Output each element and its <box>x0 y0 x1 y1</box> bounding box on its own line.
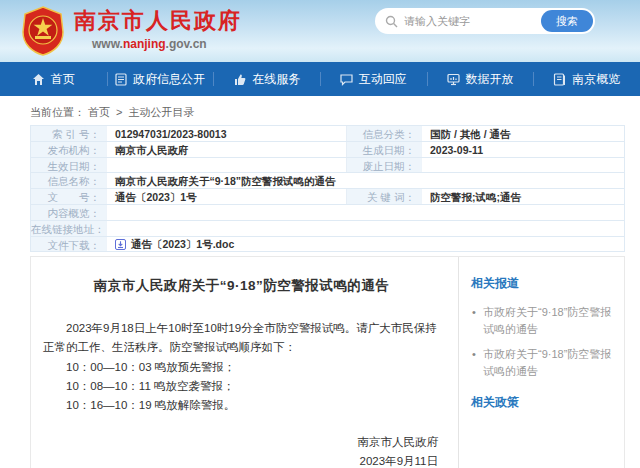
nav-item-overview[interactable]: 南京概览 <box>533 62 640 96</box>
schedule-line: 10：16—10：19 鸣放解除警报。 <box>66 396 440 415</box>
date-created-value: 2023-09-11 <box>421 142 624 157</box>
doc-number-label: 文 号： <box>31 189 106 204</box>
related-sidebar: 相关报道 市政府关于“9·18”防空警报试鸣的通告 市政府关于“9·18”防空警… <box>459 257 624 468</box>
breadcrumb-separator: > <box>116 106 122 118</box>
download-file-name: 通告〔2023〕1号.doc <box>131 238 234 251</box>
nav-item-gov-info[interactable]: 政府信息公开 <box>107 62 214 96</box>
file-download-link[interactable]: 通告〔2023〕1号.doc <box>106 237 624 252</box>
schedule-line: 10：00—10：03 鸣放预先警报； <box>66 358 440 377</box>
table-row: 生效日期： 废止日期： <box>31 158 624 174</box>
breadcrumb-current[interactable]: 主动公开目录 <box>129 106 195 118</box>
index-number-label: 索 引 号： <box>31 126 106 141</box>
search-icon <box>385 15 398 28</box>
category-label: 信息分类： <box>346 126 421 141</box>
signature-date: 2023年9月11日 <box>358 452 439 468</box>
date-created-label: 生成日期： <box>346 142 421 157</box>
table-row: 文 号： 通告〔2023〕1号 关 键 词： 防空警报;试鸣;通告 <box>31 189 624 205</box>
related-report-link[interactable]: 市政府关于“9·18”防空警报试鸣的通告 <box>471 346 612 380</box>
table-row: 内容概览： <box>31 205 624 221</box>
table-row: 发布机构： 南京市人民政府 生成日期： 2023-09-11 <box>31 142 624 158</box>
date-effective-value <box>106 158 346 173</box>
file-download-label: 文件下载： <box>31 237 106 252</box>
breadcrumb: 当前位置：首页 > 主动公开目录 <box>0 96 640 128</box>
issuer-value: 南京市人民政府 <box>106 142 346 157</box>
keywords-value: 防空警报;试鸣;通告 <box>421 189 624 204</box>
document-icon <box>115 73 127 86</box>
site-url: www.nanjing.gov.cn <box>92 37 242 51</box>
article-paragraph: 2023年9月18日上午10时至10时19分全市防空警报试鸣。请广大市民保持正常… <box>43 319 440 357</box>
article-title: 南京市人民政府关于“9·18”防空警报试鸣的通告 <box>43 277 440 295</box>
search-button[interactable]: 搜索 <box>541 10 593 32</box>
summary-value <box>106 205 624 220</box>
date-abolished-label: 废止日期： <box>346 158 421 173</box>
category-value: 国防 / 其他 / 通告 <box>421 126 624 141</box>
related-reports-list: 市政府关于“9·18”防空警报试鸣的通告 市政府关于“9·18”防空警报试鸣的通… <box>471 304 612 380</box>
summary-label: 内容概览： <box>31 205 106 220</box>
date-effective-label: 生效日期： <box>31 158 106 173</box>
siren-schedule: 10：00—10：03 鸣放预先警报； 10：08—10：11 鸣放空袭警报； … <box>66 358 440 415</box>
table-row: 信息名称： 南京市人民政府关于“9·18”防空警报试鸣的通告 <box>31 173 624 189</box>
date-abolished-value <box>421 158 624 173</box>
nav-item-online-services[interactable]: 在线服务 <box>213 62 320 96</box>
search-bar: 搜索 <box>375 8 595 34</box>
online-link-label: 在线链接地址： <box>31 221 106 236</box>
book-icon <box>553 73 566 86</box>
related-policies-heading: 相关政策 <box>471 394 612 411</box>
site-logo[interactable]: 南京市人民政府 www.nanjing.gov.cn <box>20 6 242 56</box>
nav-item-interaction[interactable]: 互动回应 <box>320 62 427 96</box>
table-row: 在线链接地址： <box>31 221 624 237</box>
site-title: 南京市人民政府 <box>74 8 242 34</box>
article-container: 南京市人民政府关于“9·18”防空警报试鸣的通告 2023年9月18日上午10时… <box>30 256 625 468</box>
document-meta-table: 索 引 号： 012947031/2023-80013 信息分类： 国防 / 其… <box>30 125 625 252</box>
article-main: 南京市人民政府关于“9·18”防空警报试鸣的通告 2023年9月18日上午10时… <box>31 257 459 468</box>
breadcrumb-home-link[interactable]: 首页 <box>88 106 110 118</box>
related-reports-heading: 相关报道 <box>471 275 612 292</box>
nav-item-open-data[interactable]: 数据开放 <box>427 62 534 96</box>
related-report-link[interactable]: 市政府关于“9·18”防空警报试鸣的通告 <box>471 304 612 338</box>
signature-block: 南京市人民政府 2023年9月11日 <box>358 433 439 468</box>
thumb-up-icon <box>233 73 246 86</box>
keywords-label: 关 键 词： <box>346 189 421 204</box>
index-number-value: 012947031/2023-80013 <box>106 126 346 141</box>
issuer-label: 发布机构： <box>31 142 106 157</box>
site-header: 南京市人民政府 www.nanjing.gov.cn 搜索 <box>0 0 640 62</box>
breadcrumb-prefix: 当前位置： <box>30 106 85 118</box>
national-emblem-icon <box>20 6 66 56</box>
home-icon <box>32 73 45 86</box>
table-row: 索 引 号： 012947031/2023-80013 信息分类： 国防 / 其… <box>31 126 624 142</box>
main-nav: 首页 政府信息公开 在线服务 互动回应 数据开放 南京概览 <box>0 62 640 96</box>
chat-icon <box>340 73 353 86</box>
nav-item-home[interactable]: 首页 <box>0 62 107 96</box>
signature-issuer: 南京市人民政府 <box>358 433 439 452</box>
doc-number-value: 通告〔2023〕1号 <box>106 189 346 204</box>
online-link-value <box>106 221 624 236</box>
info-name-label: 信息名称： <box>31 173 106 188</box>
info-name-value: 南京市人民政府关于“9·18”防空警报试鸣的通告 <box>106 173 624 188</box>
download-icon <box>115 239 126 250</box>
table-row: 文件下载： 通告〔2023〕1号.doc <box>31 237 624 253</box>
schedule-line: 10：08—10：11 鸣放空袭警报； <box>66 377 440 396</box>
article-body: 2023年9月18日上午10时至10时19分全市防空警报试鸣。请广大市民保持正常… <box>43 319 440 415</box>
monitor-icon <box>447 73 460 86</box>
